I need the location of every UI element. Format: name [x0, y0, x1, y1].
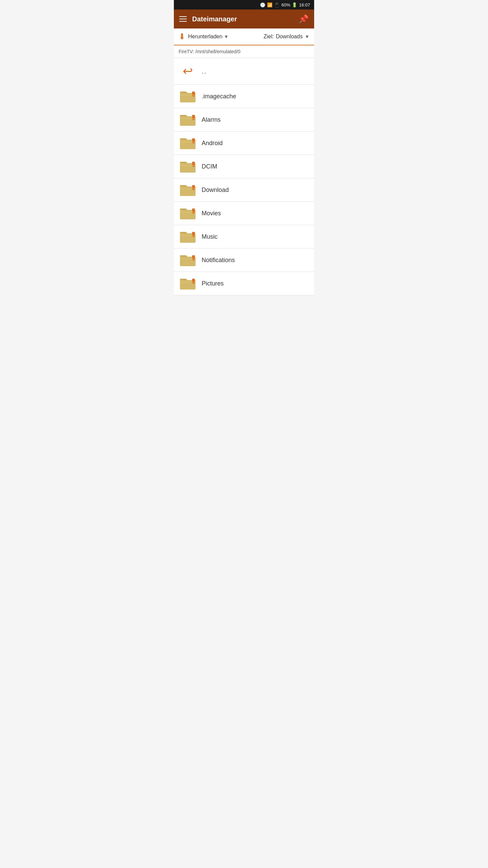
file-list: ↩ .. .imagecache [174, 58, 314, 295]
list-item[interactable]: Android [174, 132, 314, 155]
alarm-icon: 🕐 [260, 2, 265, 7]
list-item[interactable]: Notifications [174, 249, 314, 272]
file-name-label: .imagecache [202, 93, 236, 100]
list-item[interactable]: .imagecache [174, 85, 314, 108]
target-value: Downloads [276, 34, 303, 40]
target-dropdown-arrow[interactable]: ▼ [305, 34, 309, 39]
battery-label: 60% [281, 2, 290, 7]
svg-rect-7 [180, 118, 196, 119]
file-name-label: Alarms [202, 116, 221, 123]
svg-rect-27 [180, 235, 196, 236]
back-item[interactable]: ↩ .. [174, 58, 314, 85]
time-label: 16:07 [299, 2, 310, 7]
folder-icon [179, 230, 196, 243]
folder-list: .imagecache Alarms [174, 85, 314, 295]
wifi-icon: 📶 [267, 2, 272, 7]
svg-rect-31 [180, 258, 196, 259]
current-path: FireTV: /mnt/shell/emulated/0 [179, 49, 240, 54]
list-item[interactable]: Music [174, 225, 314, 249]
folder-icon [179, 253, 196, 267]
folder-icon [179, 277, 196, 290]
svg-rect-3 [180, 95, 196, 96]
app-bar: Dateimanager 📌 [174, 9, 314, 28]
file-name-label: Movies [202, 210, 221, 217]
file-name-label: Android [202, 140, 223, 147]
hamburger-menu-button[interactable] [179, 16, 187, 22]
list-item[interactable]: Alarms [174, 108, 314, 132]
list-item[interactable]: Pictures [174, 272, 314, 295]
back-label: .. [202, 67, 207, 75]
toolbar: ⬇ Herunterladen ▼ Ziel: Downloads ▼ [174, 28, 314, 45]
folder-icon [179, 206, 196, 220]
folder-icon [179, 160, 196, 173]
status-icons: 🕐 📶 📱 60% 🔋 16:07 [260, 2, 310, 7]
svg-rect-35 [180, 282, 196, 283]
svg-rect-11 [180, 141, 196, 142]
file-name-label: DCIM [202, 163, 217, 170]
folder-icon [179, 90, 196, 103]
download-arrow-icon: ⬇ [179, 32, 185, 41]
back-folder-icon: ↩ [179, 63, 196, 80]
folder-icon [179, 136, 196, 150]
back-arrow-icon: ↩ [183, 64, 193, 78]
app-bar-left: Dateimanager [179, 15, 237, 23]
svg-rect-15 [180, 165, 196, 166]
source-label: Herunterladen [188, 34, 222, 40]
file-name-label: Pictures [202, 280, 224, 287]
list-item[interactable]: DCIM [174, 155, 314, 178]
file-name-label: Download [202, 186, 229, 194]
source-dropdown-arrow: ▼ [224, 34, 228, 39]
path-bar: FireTV: /mnt/shell/emulated/0 [174, 45, 314, 58]
list-item[interactable]: Download [174, 178, 314, 202]
battery-icon: 🔋 [292, 2, 297, 7]
app-title: Dateimanager [192, 15, 237, 23]
target-section: Ziel: Downloads ▼ [264, 34, 309, 40]
svg-rect-19 [180, 188, 196, 189]
list-item[interactable]: Movies [174, 202, 314, 225]
folder-icon [179, 113, 196, 126]
file-name-label: Music [202, 233, 218, 240]
file-name-label: Notifications [202, 257, 235, 264]
pin-icon[interactable]: 📌 [299, 14, 309, 24]
signal-icon: 📱 [274, 2, 280, 7]
folder-icon [179, 183, 196, 197]
source-selector[interactable]: Herunterladen ▼ [188, 34, 261, 40]
status-bar: 🕐 📶 📱 60% 🔋 16:07 [174, 0, 314, 9]
svg-rect-23 [180, 212, 196, 213]
target-label: Ziel: [264, 34, 274, 40]
